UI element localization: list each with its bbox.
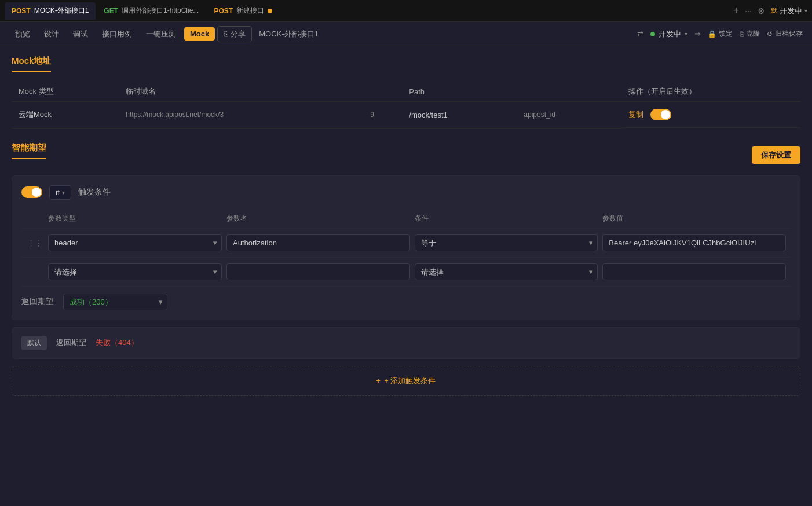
param-value-input[interactable] [602,234,786,251]
empty-condition-wrapper: 请选择 [415,263,598,280]
mock-path-value: /mock/test1 [409,111,447,119]
smart-header: 智能期望 保存设置 [12,142,800,168]
col-drag [26,214,43,223]
clone-icon: ⎘ [740,30,744,38]
default-row: 默认 返回期望 失败（404） [12,327,800,359]
archive-button[interactable]: ↺ 归档保存 [767,29,803,39]
lock-button[interactable]: 🔒 锁定 [708,29,733,39]
col-path-extra [517,82,621,102]
nav-debug[interactable]: 调试 [67,27,94,42]
tab-1[interactable]: POST MOCK-外部接口1 [5,2,96,20]
trigger-condition-label: 触发条件 [78,187,111,197]
if-chevron-icon: ▾ [62,189,65,196]
tab-title-3: 新建接口 [236,6,264,16]
default-return-label: 返回期望 [56,338,86,348]
method-badge-1: POST [12,7,31,15]
if-selector[interactable]: if ▾ [49,185,71,200]
params-table: 参数类型 参数名 条件 参数值 ⋮⋮ header [21,209,791,287]
empty-value-input[interactable] [602,263,786,280]
param-type-wrapper: header [48,234,222,251]
add-condition-label: + 添加触发条件 [384,376,436,386]
mock-address-title: Mock地址 [12,56,51,72]
mock-toggle[interactable] [650,109,671,120]
empty-type-wrapper: 请选择 [48,263,222,280]
transfer-icon[interactable]: ⇒ [694,30,701,38]
mock-table: Mock 类型 临时域名 Path 操作（开启后生效） 云端Mock https… [12,82,800,129]
param-type-select[interactable]: header [48,234,222,251]
clone-button[interactable]: ⎘ 克隆 [740,29,760,39]
mock-path-suffix-cell: apipost_id- [517,102,621,129]
more-tabs-button[interactable]: ··· [745,6,752,16]
tab-bar: POST MOCK-外部接口1 GET 调用外部接口1-httpClie... … [0,0,812,22]
sync-icon[interactable]: ⇄ [637,30,643,38]
tab-unsaved-dot [268,9,272,13]
mock-address-section: Mock地址 Mock 类型 临时域名 Path 操作（开启后生效） 云端Moc… [12,56,800,129]
col-path: Path [402,82,517,102]
empty-name-wrapper [226,263,410,280]
smart-expectation-title: 智能期望 [12,142,46,159]
nav-stress[interactable]: 一键压测 [140,27,182,42]
mock-path-cell: /mock/test1 [402,102,517,129]
return-row: 返回期望 成功（200） [21,294,791,310]
empty-name-input[interactable] [226,263,410,280]
add-condition-icon: + [376,376,381,385]
nav-examples[interactable]: 接口用例 [96,27,138,42]
return-select[interactable]: 成功（200） [63,294,167,310]
col-param-value: 参数值 [602,214,786,223]
col-param-condition: 条件 [415,214,598,223]
col-param-name: 参数名 [226,214,410,223]
mock-operation-cell: 复制 [621,102,800,128]
if-label: if [56,188,60,197]
col-mock-type: Mock 类型 [12,82,119,102]
toggle-track [650,109,671,120]
return-select-wrapper: 成功（200） [63,294,167,310]
env-selector[interactable]: 开发中 ▾ [650,29,687,39]
smart-expectation-section: 智能期望 保存设置 if ▾ 触发条件 参数类型 参数名 条件 [12,142,800,396]
env-chevron-icon: ▾ [804,8,807,14]
param-condition-select[interactable]: 等于 [415,234,598,251]
env-label: 开发中 [659,29,681,39]
share-label: 分享 [231,29,246,39]
nav-right-actions: ⇄ 开发中 ▾ ⇒ 🔒 锁定 ⎘ 克隆 ↺ 归档保存 [637,29,803,39]
mock-type-cell: 云端Mock [12,102,119,129]
mock-table-row: 云端Mock https://mock.apipost.net/mock/3 9… [12,102,800,129]
tab-2[interactable]: GET 调用外部接口1-httpClie... [97,2,206,20]
env-name: 开发中 [780,6,802,16]
main-content: Mock地址 Mock 类型 临时域名 Path 操作（开启后生效） 云端Moc… [0,46,812,506]
archive-icon: ↺ [767,30,773,38]
archive-label: 归档保存 [775,29,803,39]
condition-toggle[interactable] [21,186,42,198]
drag-handle[interactable]: ⋮⋮ [26,239,43,247]
default-badge: 默认 [21,336,47,350]
top-nav: 预览 设计 调试 接口用例 一键压测 Mock ⎘ 分享 MOCK-外部接口1 … [0,22,812,46]
lock-icon: 🔒 [708,30,716,38]
default-return-value: 失败（404） [96,338,138,348]
col-domain-extra [363,82,402,102]
nav-share-button[interactable]: ⎘ 分享 [217,26,252,42]
env-dropdown-icon: ▾ [685,31,687,37]
tab-title-1: MOCK-外部接口1 [34,6,89,16]
settings-icon[interactable]: ⚙ [758,6,765,16]
empty-type-select[interactable]: 请选择 [48,263,222,280]
nav-mock[interactable]: Mock [184,27,215,41]
add-tab-button[interactable]: + [733,5,740,17]
empty-condition-select[interactable]: 请选择 [415,263,598,280]
env-display[interactable]: 默 开发中 ▾ [771,6,807,16]
condition-card: if ▾ 触发条件 参数类型 参数名 条件 参数值 ⋮⋮ [12,175,800,320]
empty-value-wrapper [602,263,786,280]
col-param-type: 参数类型 [48,214,222,223]
method-badge-3: POST [214,7,233,15]
params-data-row: ⋮⋮ header 等于 [21,229,791,258]
trigger-row: if ▾ 触发条件 [21,185,791,200]
share-icon: ⎘ [224,30,228,38]
add-condition-button[interactable]: + + 添加触发条件 [12,366,800,396]
nav-design[interactable]: 设计 [38,27,65,42]
param-name-input[interactable] [226,234,410,251]
return-label: 返回期望 [21,296,56,307]
nav-preview[interactable]: 预览 [9,27,36,42]
tab-3[interactable]: POST 新建接口 [207,2,279,20]
copy-button[interactable]: 复制 [628,109,643,120]
save-settings-button[interactable]: 保存设置 [752,146,800,164]
params-empty-row: 请选择 请选择 [21,258,791,287]
tab-title-2: 调用外部接口1-httpClie... [122,6,199,16]
